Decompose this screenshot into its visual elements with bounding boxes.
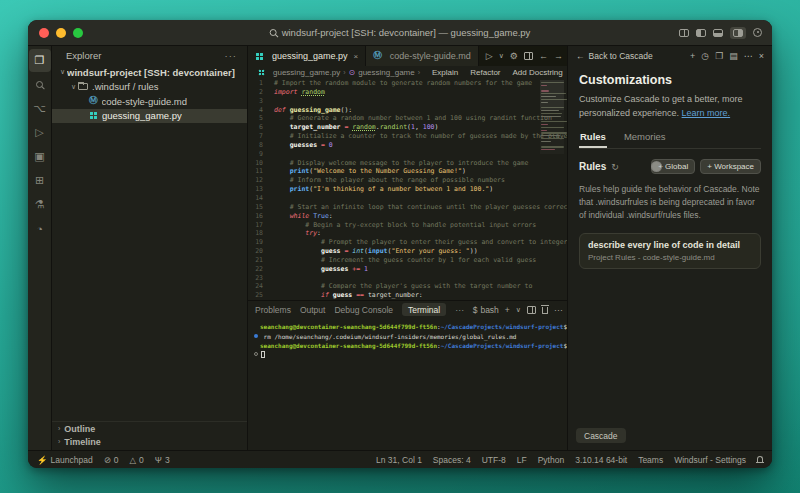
split-editor-icon[interactable] [524, 52, 533, 60]
account-icon[interactable] [753, 28, 762, 37]
panel-tabs-overflow-icon[interactable]: ⋯ [455, 305, 464, 315]
customize-layout-icon[interactable] [679, 29, 689, 37]
minimap-slider[interactable] [540, 80, 564, 110]
line-number: 12 [248, 176, 274, 185]
status-warnings[interactable]: △0 [130, 455, 144, 465]
status-ports[interactable]: Ψ3 [155, 455, 170, 465]
run-python-file-icon[interactable]: ▷ [486, 51, 493, 61]
more-terminal-actions-icon[interactable]: ⋯ [554, 305, 563, 315]
terminal-line-text: rm /home/seanchang/.codeium/windsurf-ins… [260, 332, 516, 342]
run-settings-gear-icon[interactable]: ⚙ [510, 51, 518, 61]
timeline-section[interactable]: › Timeline [52, 435, 247, 448]
toggle-panel-icon[interactable] [713, 29, 723, 37]
close-tab-icon[interactable]: × [354, 52, 359, 61]
run-dropdown-icon[interactable]: ∨ [499, 52, 504, 60]
breadcrumb-item[interactable]: guessing_game [358, 68, 414, 77]
back-arrow-icon[interactable]: ← [576, 51, 585, 61]
open-in-window-icon[interactable]: ❐ [715, 51, 723, 61]
docs-icon[interactable]: ▤ [729, 51, 738, 61]
activity-remote-explorer[interactable]: ▣ [29, 145, 51, 168]
add-global-rule-button[interactable]: + Global [651, 159, 695, 174]
panel-tab-output[interactable]: Output [300, 305, 326, 315]
tree-item-guessing-game-py[interactable]: guessing_game.py [52, 109, 247, 124]
status-errors[interactable]: ⊘0 [104, 455, 119, 465]
add-workspace-rule-button[interactable]: + Workspace [700, 159, 761, 174]
learn-more-link[interactable]: Learn more. [682, 108, 731, 118]
code-editor[interactable]: 1# Import the random module to generate … [248, 79, 567, 300]
minimap[interactable] [540, 80, 564, 154]
minimize-window-button[interactable] [56, 28, 66, 38]
status-lf[interactable]: LF [517, 455, 527, 465]
status-label: Spaces: 4 [433, 455, 471, 465]
status-windsurf-settings[interactable]: Windsurf - Settings [674, 455, 746, 465]
new-terminal-icon[interactable]: + [505, 305, 510, 315]
codelens-action-explain[interactable]: Explain [432, 68, 458, 77]
split-terminal-icon[interactable] [527, 306, 536, 314]
panel-tab-debug-console[interactable]: Debug Console [334, 305, 393, 315]
status-remote-indicator[interactable]: ⚡Launchpad [37, 455, 93, 465]
status-python[interactable]: Python [538, 455, 564, 465]
toggle-secondary-sidebar-active[interactable] [730, 27, 746, 39]
status-utf-8[interactable]: UTF-8 [482, 455, 506, 465]
activity-history[interactable]: ◔ [29, 217, 51, 240]
code-line: 10 # Display welcome message to the play… [248, 159, 567, 168]
minimap-line [541, 121, 567, 122]
codelens-action-refactor[interactable]: Refactor [470, 68, 500, 77]
activity-source-control[interactable]: ⌥ [29, 97, 51, 120]
activity-explorer[interactable]: ❐ [29, 49, 51, 72]
code-line: 11 print("Welcome to the Number Guessing… [248, 167, 567, 176]
panel-tab-terminal[interactable]: Terminal [402, 303, 446, 316]
toggle-primary-sidebar-icon[interactable] [696, 29, 706, 37]
status-teams[interactable]: Teams [638, 455, 663, 465]
more-cascade-actions-icon[interactable]: ⋯ [744, 51, 753, 61]
activity-extensions[interactable]: ⊞ [29, 169, 51, 192]
tab-rules[interactable]: Rules [579, 129, 607, 148]
code-line-content: import random [274, 88, 325, 97]
status-spaces-4[interactable]: Spaces: 4 [433, 455, 471, 465]
code-line-content: # Begin a try-except block to handle pot… [274, 221, 536, 230]
tab-memories[interactable]: Memories [623, 129, 667, 148]
breadcrumb-item[interactable]: guessing_game.py [273, 68, 340, 77]
new-conversation-icon[interactable]: + [690, 51, 695, 61]
editor-tab-code-style-guide-md[interactable]: Ⓜcode-style-guide.md [366, 46, 479, 66]
minimap-line [541, 116, 561, 117]
close-cascade-icon[interactable]: × [759, 51, 764, 61]
status-bar: ⚡Launchpad⊘0△0Ψ3 Ln 31, Col 1Spaces: 4UT… [28, 450, 772, 468]
status-ln-31-col-1[interactable]: Ln 31, Col 1 [376, 455, 422, 465]
kill-terminal-icon[interactable] [542, 307, 548, 314]
explorer-more-actions-icon[interactable]: ··· [225, 50, 238, 61]
activity-search[interactable] [29, 73, 51, 96]
code-line-content: # Inform the player about the range of p… [274, 176, 505, 185]
panel-tab-problems[interactable]: Problems [255, 305, 291, 315]
bottom-panel: ProblemsOutputDebug ConsoleTerminal ⋯ $ … [248, 300, 567, 450]
activity-testing[interactable]: ⚗ [29, 193, 51, 216]
refresh-rules-icon[interactable]: ↻ [611, 162, 619, 172]
tree-item-windsurf-rules[interactable]: ∨.windsurf / rules [52, 80, 247, 95]
history-icon[interactable]: ◷ [701, 51, 709, 61]
status-3-10-14-64-bit[interactable]: 3.10.14 64-bit [575, 455, 627, 465]
back-to-cascade-link[interactable]: Back to Cascade [589, 51, 653, 61]
window-title: windsurf-project [SSH: devcontainer] — g… [282, 27, 531, 38]
tree-item-windsurf-project-ssh-devcontainer[interactable]: ∨windsurf-project [SSH: devcontainer] [52, 65, 247, 80]
editor-tab-guessing-game-py[interactable]: guessing_game.py× [248, 46, 366, 66]
terminal-output[interactable]: seanchang@devcontainer-seanchang-5d644f7… [248, 318, 567, 450]
chevron-down-icon: ∨ [58, 68, 67, 76]
titlebar[interactable]: windsurf-project [SSH: devcontainer] — g… [28, 20, 772, 46]
minimap-line [541, 113, 562, 114]
close-window-button[interactable] [39, 28, 49, 38]
status-bell[interactable] [757, 458, 763, 462]
codelens-action-add-docstring[interactable]: Add Docstring [513, 68, 563, 77]
zoom-window-button[interactable] [73, 28, 83, 38]
navigate-back-icon[interactable]: ← [539, 51, 548, 61]
tab-label: code-style-guide.md [390, 51, 471, 61]
terminal-dropdown-icon[interactable]: ∨ [516, 306, 521, 314]
outline-section[interactable]: › Outline [52, 422, 247, 435]
python-file-icon [258, 69, 265, 76]
rule-card[interactable]: describe every line of code in detail Pr… [579, 233, 761, 269]
shell-selector[interactable]: $ bash [473, 305, 499, 315]
activity-run-and-debug[interactable]: ▷ [29, 121, 51, 144]
cascade-bottom-button[interactable]: Cascade [576, 428, 626, 443]
navigate-forward-icon[interactable]: → [554, 51, 563, 61]
window-title-area[interactable]: windsurf-project [SSH: devcontainer] — g… [270, 27, 531, 38]
tree-item-code-style-guide-md[interactable]: Ⓜcode-style-guide.md [52, 94, 247, 109]
